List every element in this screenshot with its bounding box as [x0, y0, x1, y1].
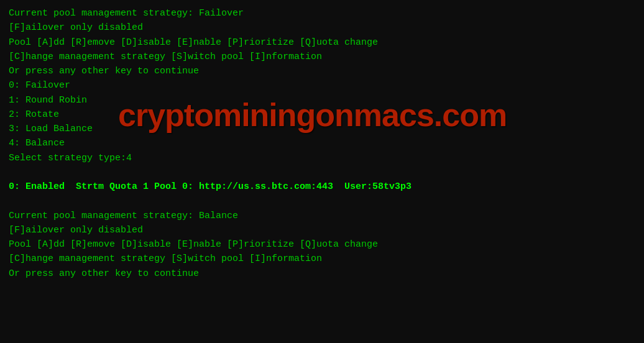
terminal-line-7: 2: Rotate [9, 107, 635, 122]
terminal-window: Current pool management strategy: Failov… [0, 0, 644, 343]
terminal-line-empty-11 [9, 165, 635, 180]
terminal-line-3: [C]hange management strategy [S]witch po… [9, 50, 635, 64]
terminal-line-15: [F]ailover only disabled [9, 223, 635, 237]
terminal-line-5: 0: Failover [9, 78, 635, 93]
terminal-line-10: Select strategy type:4 [9, 151, 635, 165]
terminal-line-16: Pool [A]dd [R]emove [D]isable [E]nable [… [9, 237, 635, 252]
terminal-line-17: [C]hange management strategy [S]witch po… [9, 252, 635, 266]
terminal-line-6: 1: Round Robin [9, 93, 635, 107]
terminal-line-1: [F]ailover only disabled [9, 21, 635, 35]
terminal-line-4: Or press any other key to continue [9, 64, 635, 78]
terminal-line-9: 4: Balance [9, 136, 635, 150]
terminal-line-0: Current pool management strategy: Failov… [9, 6, 635, 21]
terminal-line-14: Current pool management strategy: Balanc… [9, 209, 635, 223]
terminal-line-18: Or press any other key to continue [9, 267, 635, 281]
terminal-line-12: 0: Enabled Strtm Quota 1 Pool 0: http://… [9, 180, 635, 194]
terminal-line-8: 3: Load Balance [9, 122, 635, 136]
terminal-line-empty-13 [9, 194, 635, 208]
terminal-line-2: Pool [A]dd [R]emove [D]isable [E]nable [… [9, 35, 635, 50]
